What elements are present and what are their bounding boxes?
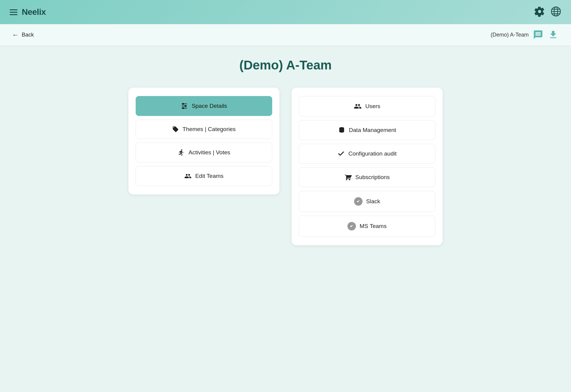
right-menu-config-label: Configuration audit (348, 150, 397, 157)
download-icon[interactable] (548, 30, 559, 40)
header: Neelix (0, 0, 571, 24)
right-menu-data-label: Data Management (349, 127, 396, 133)
hamburger-icon[interactable] (10, 9, 18, 15)
header-right (534, 6, 561, 18)
right-menu-ms-teams-label: MS Teams (360, 223, 386, 230)
header-left: Neelix (10, 7, 46, 17)
right-menu-users-label: Users (365, 103, 380, 110)
activities-icon (178, 149, 185, 156)
menu-item-activities-label: Activities | Votes (189, 149, 230, 156)
checkmark-icon (337, 150, 345, 157)
menu-item-themes-categories[interactable]: Themes | Categories (136, 120, 272, 139)
sliders-icon (181, 102, 188, 110)
ms-teams-icon (347, 222, 356, 230)
subheader-right: (Demo) A-Team (491, 30, 559, 40)
menu-item-activities-votes[interactable]: Activities | Votes (136, 143, 272, 162)
right-menu-item-ms-teams[interactable]: MS Teams (299, 216, 435, 237)
right-menu-item-data-management[interactable]: Data Management (299, 120, 435, 140)
chat-icon[interactable] (533, 30, 544, 40)
right-menu-slack-label: Slack (366, 198, 380, 205)
slack-icon (354, 197, 363, 206)
menu-item-space-details[interactable]: Space Details (136, 96, 272, 116)
menu-item-edit-teams-label: Edit Teams (195, 173, 224, 179)
svg-point-8 (182, 103, 184, 105)
globe-icon[interactable] (550, 6, 561, 18)
left-card: Space Details Themes | Categories Activi… (128, 88, 279, 194)
svg-point-10 (182, 107, 184, 109)
right-menu-item-slack[interactable]: Slack (299, 191, 435, 212)
database-icon (338, 127, 345, 134)
main-content: (Demo) A-Team Space Details (0, 46, 571, 392)
back-label: Back (22, 32, 34, 38)
right-menu-item-config-audit[interactable]: Configuration audit (299, 144, 435, 164)
back-arrow-icon: ← (12, 31, 19, 39)
cards-container: Space Details Themes | Categories Activi… (18, 88, 553, 245)
subheader-space-name: (Demo) A-Team (491, 32, 529, 38)
edit-teams-icon (184, 172, 192, 180)
users-icon (354, 102, 362, 110)
menu-item-themes-label: Themes | Categories (182, 126, 236, 133)
right-card: Users Data Management (292, 88, 443, 245)
cart-icon (344, 174, 352, 181)
logo-text: Neelix (22, 7, 46, 17)
subheader: ← Back (Demo) A-Team (0, 24, 571, 46)
right-menu-item-users[interactable]: Users (299, 96, 435, 117)
right-menu-subscriptions-label: Subscriptions (355, 174, 390, 181)
svg-point-9 (185, 105, 186, 107)
tag-icon (172, 126, 179, 133)
menu-item-edit-teams[interactable]: Edit Teams (136, 166, 272, 186)
right-menu-item-subscriptions[interactable]: Subscriptions (299, 167, 435, 187)
back-button[interactable]: ← Back (12, 31, 34, 39)
page-title: (Demo) A-Team (18, 58, 553, 72)
menu-item-space-details-label: Space Details (192, 103, 227, 109)
gear-icon[interactable] (534, 6, 545, 18)
